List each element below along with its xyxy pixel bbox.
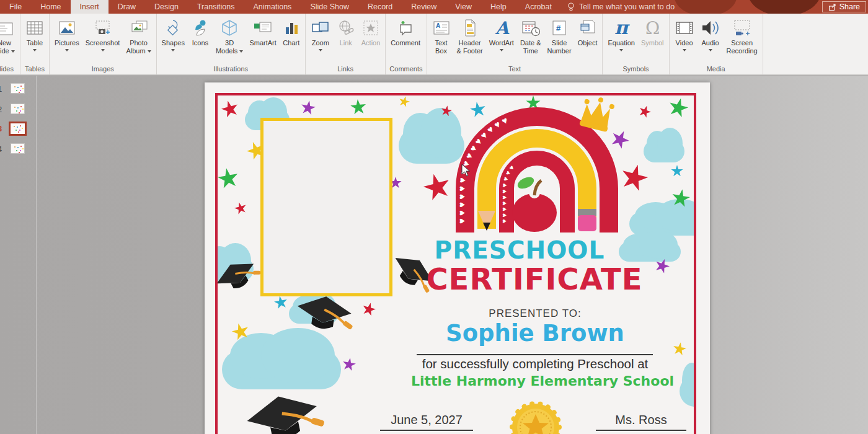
chart-button[interactable]: Chart [280, 16, 303, 47]
certificate-title-preschool[interactable]: PRESCHOOL [396, 236, 644, 264]
symbol-button[interactable]: Ω Symbol [638, 16, 667, 47]
chevron-down-icon [148, 50, 151, 53]
icons-button[interactable]: Icons [188, 16, 213, 47]
video-icon [675, 19, 694, 37]
star-icon [233, 201, 248, 216]
tab-view[interactable]: View [446, 0, 481, 14]
star-icon [216, 166, 240, 190]
ribbon-group-tables: Table Tables [20, 14, 50, 74]
text-box-label-1: Text [435, 39, 447, 47]
chart-label: Chart [283, 39, 299, 47]
certificate-date[interactable]: June 5, 2027 [380, 413, 473, 427]
star-icon [273, 294, 288, 310]
zoom-label: Zoom [312, 39, 329, 47]
slide-thumbnail-2[interactable] [11, 104, 25, 114]
teacher-name[interactable]: Ms. Ross [595, 413, 688, 427]
new-slide-label-2: Slide [0, 47, 9, 55]
slide-canvas[interactable]: ♥ ♥ ♥ ♥ ♥ ♥ ♥ ♥ ♥ ♥ ♥ ♥ ♥ ♥ ♥ ♥ ♥ ♥ ♥ ♥ … [205, 82, 710, 434]
star-icon [666, 95, 690, 120]
link-button[interactable]: Link [334, 16, 358, 47]
header-footer-button[interactable]: Header & Footer [454, 16, 486, 55]
slide-number-1: 1 [0, 84, 5, 94]
workspace: 1 2 3 4 [0, 76, 868, 434]
comment-icon [396, 19, 415, 37]
tab-help[interactable]: Help [481, 0, 516, 14]
slide-number-button[interactable]: # Slide Number [544, 16, 575, 55]
object-label: Object [578, 39, 598, 47]
date-time-label-2: Time [523, 47, 538, 55]
school-name[interactable]: Little Harmony Elementary School [411, 373, 659, 389]
object-button[interactable]: Object [575, 16, 601, 47]
star-icon [637, 104, 653, 120]
share-button[interactable]: Share [822, 1, 866, 12]
certificate-title-certificate[interactable]: CERTIFICATE [396, 262, 673, 296]
screen-recording-icon [732, 19, 752, 37]
audio-button[interactable]: Audio [698, 16, 724, 51]
date-time-button[interactable]: Date & Time [517, 16, 544, 55]
object-icon [578, 19, 597, 37]
tab-record[interactable]: Record [358, 0, 402, 14]
zoom-button[interactable]: Zoom [308, 16, 334, 51]
equation-button[interactable]: π Equation [604, 16, 637, 51]
title-bar: File Home Insert Draw Design Transitions… [0, 0, 868, 14]
text-box-label-2: Box [435, 47, 447, 55]
smartart-button[interactable]: SmartArt [246, 16, 279, 47]
mouse-cursor [461, 164, 471, 177]
pencil-eraser [578, 209, 596, 216]
comment-button[interactable]: Comment [388, 16, 423, 47]
star-icon [350, 99, 367, 116]
ribbon-group-symbols: π Equation Ω Symbol Symbols [603, 14, 669, 74]
presented-to-label[interactable]: PRESENTED TO: [411, 308, 659, 320]
tab-transitions[interactable]: Transitions [188, 0, 244, 14]
photo-album-icon [129, 19, 149, 37]
gold-medal-icon [508, 399, 563, 434]
tab-acrobat[interactable]: Acrobat [516, 0, 561, 14]
chevron-down-icon [65, 49, 69, 51]
slide-thumbnail-4[interactable] [11, 143, 25, 154]
share-label: Share [839, 2, 860, 11]
pictures-button[interactable]: Pictures [51, 16, 82, 51]
screen-recording-button[interactable]: Screen Recording [724, 16, 761, 55]
certificate-subtitle[interactable]: for successfully completing Preschool at [411, 356, 659, 371]
group-label-text: Text [427, 64, 603, 74]
tab-slide-show[interactable]: Slide Show [301, 0, 358, 14]
star-icon [219, 99, 241, 120]
tab-review[interactable]: Review [402, 0, 446, 14]
tell-me-box[interactable]: Tell me what you want to do [561, 0, 675, 14]
slide-thumbnail-1[interactable] [11, 83, 25, 94]
star-icon [671, 165, 683, 177]
photo-album-button[interactable]: Photo Album [123, 16, 154, 55]
tab-home[interactable]: Home [31, 0, 70, 14]
table-button[interactable]: Table [22, 16, 47, 51]
tab-insert[interactable]: Insert [71, 0, 108, 14]
action-label: Action [361, 39, 381, 47]
group-label-symbols: Symbols [603, 64, 668, 74]
wordart-icon: A [495, 19, 510, 37]
star-icon [361, 301, 378, 318]
group-label-comments: Comments [386, 64, 426, 74]
screenshot-icon [94, 19, 112, 37]
recipient-name[interactable]: Sophie Brown [411, 320, 659, 347]
screenshot-button[interactable]: Screenshot [82, 16, 123, 51]
date-underline [380, 430, 473, 431]
new-slide-label-1: New [0, 39, 11, 47]
zoom-icon [311, 19, 330, 37]
action-button[interactable]: Action [358, 16, 384, 47]
video-button[interactable]: Video [671, 16, 698, 51]
text-box-button[interactable]: A Text Box [429, 16, 454, 55]
shapes-button[interactable]: Shapes [159, 16, 188, 51]
header-footer-icon [461, 19, 479, 37]
wordart-button[interactable]: A WordArt [486, 16, 517, 51]
star-icon [341, 356, 356, 372]
new-slide-button[interactable]: New Slide [0, 16, 18, 55]
webcam-overlay-blob [675, 0, 737, 14]
3d-models-button[interactable]: 3D Models [213, 16, 246, 55]
tab-draw[interactable]: Draw [108, 0, 145, 14]
recipient-underline [417, 354, 653, 355]
hash-glyph: # [556, 24, 561, 33]
photo-placeholder[interactable] [260, 118, 392, 296]
tab-animations[interactable]: Animations [244, 0, 301, 14]
tab-file[interactable]: File [0, 0, 31, 14]
slide-thumbnail-3-selected[interactable] [9, 122, 27, 136]
tab-design[interactable]: Design [145, 0, 188, 14]
